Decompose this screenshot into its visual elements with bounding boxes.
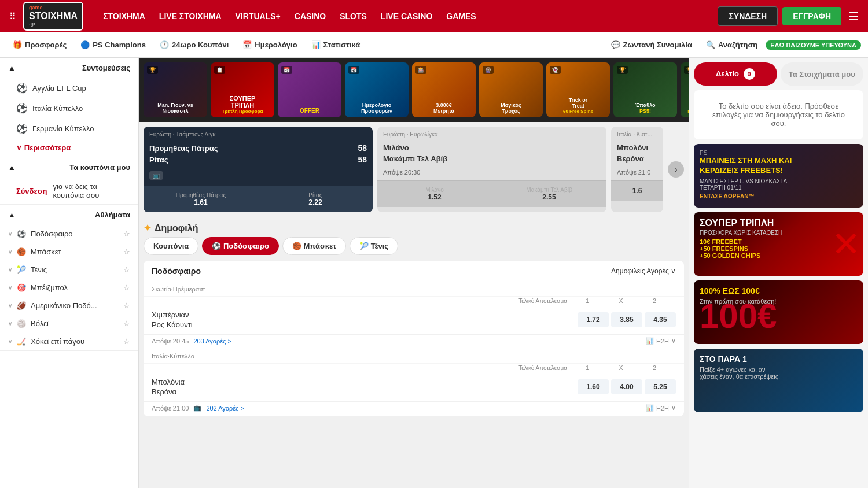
sidebar-item-efl-cup[interactable]: ⚽ Αγγλία EFL Cup — [0, 78, 138, 98]
promo-card-6[interactable]: 👻 Trick or Treat 60 Free Spins — [546, 62, 610, 117]
match-row-1: Μπολόνια Βερόνα 1.60 4.00 5.25 — [144, 372, 684, 402]
nav-ps-champions[interactable]: 🔵 PS Champions — [75, 37, 152, 53]
promo-card-1[interactable]: 📋 ΣΟΥΠΕΡ ΤΡΙΠΛΗ Τριπλη Προσφορά — [211, 62, 274, 117]
promo-card-8[interactable]: 🏆 Νικητής Εβδομάδας Με C27 κέρδισε €6.30… — [681, 62, 689, 117]
match-footer-1: Απόψε 21:00 📺 202 Αγορές > 📊 H2H ∨ — [144, 402, 684, 416]
filter-tabs: Κουπόνια ⚽ Ποδόσφαιρο 🏀 Μπάσκετ 🎾 Τένις — [144, 237, 684, 255]
star-icon-hockey[interactable]: ☆ — [123, 337, 130, 346]
promo-banner-0[interactable]: PS ΜΠΑΙΝΕΙΣ ΣΤΗ ΜΑΧΗ ΚΑΙΚΕΡΔΙΖΕΙΣ FREEBE… — [694, 144, 863, 208]
promo-card-4[interactable]: 🎰 3.000€ Μετρητά — [412, 62, 476, 117]
sports-header[interactable]: ▲ Αθλήματα — [0, 205, 138, 225]
promo-card-2[interactable]: 📅 OFFER — [278, 62, 341, 117]
sidebar-sport-american-football[interactable]: ∨ 🏈 Αμερικάνικο Ποδό... ☆ — [0, 297, 138, 315]
star-icon-volley[interactable]: ☆ — [123, 319, 130, 328]
matches-next-button[interactable]: › — [668, 161, 684, 178]
chevron-down-h2h-1[interactable]: ∨ — [671, 404, 676, 412]
odd-btn-1-0[interactable]: 1.60 — [578, 379, 609, 394]
fm-odd-btn-0-1[interactable]: Ρίτας 2.22 — [258, 186, 373, 212]
betslip-button[interactable]: Δελτίο 0 — [694, 62, 777, 86]
stats-icon: 📊 — [311, 40, 321, 49]
featured-match-2[interactable]: Ιταλία · Κύπ... Μπολόνι Βερόνα Απόψε 21:… — [611, 127, 663, 212]
sidebar-sport-tennis[interactable]: ∨ 🎾 Τένις ☆ — [0, 261, 138, 279]
filter-tab-football[interactable]: ⚽ Ποδόσφαιρο — [202, 237, 279, 255]
col-label-x-0: X — [605, 298, 637, 304]
featured-match-1[interactable]: Ευρώπη · Ευρωλίγκα Μιλάνο Μακάμπι Τελ Αβ… — [377, 127, 606, 212]
markets-dropdown[interactable]: Δημοφιλείς Αγορές ∨ — [611, 267, 676, 275]
fm-odd-btn-1-0[interactable]: Μιλάνο 1.52 — [377, 180, 492, 207]
odd-btn-0-1[interactable]: 3.85 — [611, 312, 642, 327]
odd-btn-1-1[interactable]: 4.00 — [611, 379, 642, 394]
filter-tab-coupons[interactable]: Κουπόνια — [144, 237, 198, 255]
grid-icon[interactable]: ⠿ — [7, 9, 19, 24]
betslip-header: Δελτίο 0 Τα Στοιχήματά μου — [694, 62, 863, 86]
promo-card-3[interactable]: 📅 Ημερολόγιο Προσφορών — [345, 62, 409, 117]
promo-card-label-8: Νικητής Εβδομάδας Με C27 κέρδισε €6.308 — [687, 97, 689, 114]
featured-match-0[interactable]: Ευρώπη · Τσάμπιονς Λιγκ Προμηθέας Πάτρας… — [144, 127, 373, 212]
promo-card-7[interactable]: 🏆 Έπαθλο PS5! — [613, 62, 677, 117]
odd-btn-0-2[interactable]: 4.35 — [645, 312, 676, 327]
fm-odd-btn-1-1[interactable]: Μακάμπι Τελ Αβίβ 2.55 — [492, 180, 606, 207]
sidebar-sport-basket[interactable]: ∨ 🏀 Μπάσκετ ☆ — [0, 243, 138, 261]
filter-tab-basket[interactable]: 🏀 Μπάσκετ — [282, 237, 346, 255]
nav-search[interactable]: 🔍 Αναζήτηση — [700, 37, 763, 53]
fm-team2-2: Βερόνα — [617, 154, 644, 163]
promo-banner-1[interactable]: ΣΟΥΠΕΡ ΤΡΙΠΛΗ ΠΡΟΣΦΟΡΑ ΧΩΡΙΣ ΚΑΤΑΘΕΣΗ 10… — [694, 212, 863, 276]
sidebar-item-germania-kypello[interactable]: ⚽ Γερμανία Κύπελλο — [0, 119, 138, 139]
secondary-navigation: 🎁 Προσφορές 🔵 PS Champions 🕐 24ωρο Κουπό… — [0, 32, 868, 58]
nav-slots[interactable]: SLOTS — [334, 8, 373, 24]
my-bets-button[interactable]: Τα Στοιχήματά μου — [781, 62, 864, 86]
star-icon-am-football[interactable]: ☆ — [123, 301, 130, 310]
fm-odd-btn-2-0[interactable]: 1.6 — [611, 180, 663, 201]
match-team2-0: Ρος Κάουντι — [152, 320, 573, 330]
sidebar-sport-football[interactable]: ∨ ⚽ Ποδόσφαιρο ☆ — [0, 225, 138, 243]
nav-imerologio[interactable]: 📅 Ημερολόγιο — [237, 37, 303, 53]
star-icon-baseball[interactable]: ☆ — [123, 283, 130, 292]
nav-casino[interactable]: CASINO — [289, 8, 332, 24]
match-row-0: Χιμπέρνιαν Ρος Κάουντι 1.72 3.85 4.35 — [144, 305, 684, 335]
chevron-down-h2h-0[interactable]: ∨ — [671, 337, 676, 345]
fm-teams-2: Μπολόνι Βερόνα — [611, 140, 663, 167]
sidebar-more-shortcuts[interactable]: ∨ Περισσότερα — [0, 139, 138, 157]
login-button[interactable]: ΣΥΝΔΕΣΗ — [718, 6, 778, 26]
sidebar-sport-baseball[interactable]: ∨ 🎯 Μπέιζμπολ ☆ — [0, 279, 138, 297]
right-panel: Δελτίο 0 Τα Στοιχήματά μου Το δελτίο σου… — [689, 58, 868, 488]
star-icon-tennis[interactable]: ☆ — [123, 265, 130, 274]
star-icon-basket[interactable]: ☆ — [123, 247, 130, 256]
star-icon-football[interactable]: ☆ — [123, 230, 130, 238]
nav-stoixima[interactable]: ΣΤΟΙΧΗΜΑ — [97, 8, 151, 24]
logo[interactable]: game SΤΟΙΧΗΜΑ .gr — [23, 2, 83, 30]
fm-score1-0: 58 — [358, 143, 367, 153]
fm-odd-btn-0-0[interactable]: Προμηθέας Πάτρας 1.61 — [144, 186, 258, 212]
sidebar-item-italia-kypello[interactable]: ⚽ Ιταλία Κύπελλο — [0, 98, 138, 119]
shortcuts-header[interactable]: ▲ Συντομεύσεις — [0, 58, 138, 78]
coupons-header[interactable]: ▲ Τα κουπόνια μου — [0, 157, 138, 178]
promo-card-0[interactable]: 🏆 Man. Γιουν. vs Νιούκαστλ — [144, 62, 207, 117]
nav-24-kouponi[interactable]: 🕐 24ωρο Κουπόνι — [154, 37, 234, 53]
promo-icon-5: 🎡 — [483, 66, 494, 74]
markets-count-1[interactable]: 202 Αγορές > — [206, 405, 244, 412]
nav-chat[interactable]: 💬 Ζωντανή Συνομιλία — [605, 37, 698, 53]
promo-banner-2[interactable]: 100% ΕΩΣ 100€ Στην πρώτη σου κατάθεση! 1… — [694, 280, 863, 344]
promo-icon-2: 📅 — [281, 66, 292, 74]
nav-prosfores[interactable]: 🎁 Προσφορές — [7, 37, 72, 53]
login-link[interactable]: Σύνδεση — [16, 187, 47, 195]
pb-cta-0[interactable]: ΕΝΤΑΣΕ ΔΩΡΕΑΝ™ — [700, 193, 858, 199]
markets-count-0[interactable]: 203 Αγορές > — [193, 338, 231, 345]
sidebar-sport-hockey[interactable]: ∨ 🏒 Χόκεϊ επί πάγου ☆ — [0, 332, 138, 350]
nav-games[interactable]: GAMES — [440, 8, 481, 24]
nav-live-casino[interactable]: LIVE CASINO — [375, 8, 438, 24]
odd-btn-0-0[interactable]: 1.72 — [578, 312, 609, 327]
sidebar-login-coupons[interactable]: Σύνδεση για να δεις τα κουπόνια σου — [0, 178, 138, 204]
sidebar-sport-volley[interactable]: ∨ 🏐 Βόλεϊ ☆ — [0, 315, 138, 332]
nav-virtuals[interactable]: VIRTUALS+ — [230, 8, 286, 24]
chevron-down-icon-volley: ∨ — [8, 320, 12, 327]
sec-nav-right: 💬 Ζωντανή Συνομιλία 🔍 Αναζήτηση ΕΑΩ ΠΑΙΖ… — [605, 37, 861, 53]
nav-statistika[interactable]: 📊 Στατιστικά — [306, 37, 366, 53]
odd-btn-1-2[interactable]: 5.25 — [645, 379, 676, 394]
hamburger-icon[interactable]: ☰ — [846, 7, 861, 25]
nav-live-stoixima[interactable]: LIVE ΣΤΟΙΧΗΜΑ — [153, 8, 227, 24]
promo-card-5[interactable]: 🎡 Μαγικός Τροχός — [479, 62, 543, 117]
promo-banner-3[interactable]: ΣΤΟ ΠΑΡΑ 1 Παίξε 4+ αγώνες και ανχάσεις … — [694, 349, 863, 412]
filter-tab-tennis[interactable]: 🎾 Τένις — [350, 237, 398, 255]
register-button[interactable]: ΕΓΓΡΑΦΗ — [782, 7, 841, 25]
